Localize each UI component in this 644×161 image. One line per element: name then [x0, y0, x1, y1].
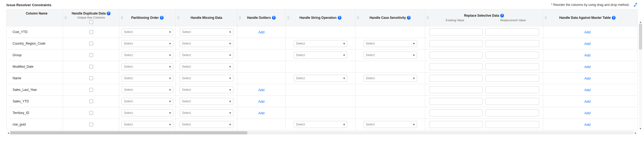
drag-handle-icon[interactable]	[357, 16, 359, 19]
select-all-unique-key-checkbox[interactable]	[89, 20, 93, 24]
drag-handle-icon[interactable]	[121, 16, 123, 19]
select-dropdown[interactable]: Select▾	[122, 121, 173, 128]
text-input[interactable]	[485, 63, 539, 70]
th-duplicate[interactable]: Handle Duplicate Data? Unique Key Column…	[63, 9, 119, 26]
add-link[interactable]: Add	[584, 76, 590, 80]
text-input[interactable]	[485, 109, 539, 116]
text-input[interactable]	[485, 98, 539, 105]
select-dropdown[interactable]: Select▾	[122, 75, 173, 82]
help-icon[interactable]: ?	[407, 16, 411, 20]
add-link[interactable]: Add	[584, 99, 590, 103]
select-dropdown[interactable]: Select▾	[363, 121, 417, 128]
unique-key-checkbox[interactable]	[89, 99, 93, 103]
text-input[interactable]	[485, 86, 539, 93]
select-dropdown[interactable]: Select▾	[180, 86, 233, 93]
add-link[interactable]: Add	[258, 111, 264, 115]
text-input[interactable]	[429, 63, 483, 70]
help-icon[interactable]: ?	[612, 16, 616, 20]
text-input[interactable]	[429, 121, 483, 128]
drag-handle-icon[interactable]	[287, 16, 289, 19]
collapse-icon[interactable]	[633, 3, 638, 7]
th-missing[interactable]: Handle Missing Data	[176, 9, 237, 26]
select-dropdown[interactable]: Select▾	[122, 109, 173, 116]
help-icon[interactable]: ?	[107, 12, 111, 15]
unique-key-checkbox[interactable]	[89, 30, 93, 34]
select-dropdown[interactable]: Select▾	[294, 75, 347, 82]
th-case-sens[interactable]: Handle Case Sensitivity?	[355, 9, 425, 26]
th-outliers[interactable]: Handle Outliers?	[237, 9, 286, 26]
text-input[interactable]	[429, 28, 483, 35]
select-dropdown[interactable]: Select▾	[363, 75, 417, 82]
help-icon[interactable]: ?	[272, 16, 276, 20]
select-dropdown[interactable]: Select▾	[122, 40, 173, 47]
add-link[interactable]: Add	[584, 123, 590, 127]
th-partition[interactable]: Partitioning Order?	[119, 9, 176, 26]
add-link[interactable]: Add	[584, 111, 590, 115]
select-dropdown[interactable]: Select▾	[122, 86, 173, 93]
add-link[interactable]: Add	[258, 30, 264, 34]
text-input[interactable]	[429, 109, 483, 116]
text-input[interactable]	[429, 40, 483, 47]
add-link[interactable]: Add	[258, 88, 264, 92]
help-icon[interactable]: ?	[160, 16, 164, 20]
select-dropdown[interactable]: Select▾	[180, 63, 233, 70]
select-dropdown[interactable]: Select▾	[180, 52, 233, 59]
text-input[interactable]	[429, 52, 483, 59]
help-icon[interactable]: ?	[338, 16, 341, 20]
select-dropdown[interactable]: Select▾	[122, 63, 173, 70]
drag-handle-icon[interactable]	[65, 16, 67, 19]
select-dropdown[interactable]: Select▾	[122, 52, 173, 59]
text-input[interactable]	[485, 52, 539, 59]
scroll-track[interactable]	[10, 131, 634, 134]
select-dropdown[interactable]: Select▾	[363, 40, 417, 47]
select-dropdown[interactable]: Select▾	[294, 121, 347, 128]
horizontal-scrollbar[interactable]: ◄ ►	[6, 131, 638, 135]
vertical-scrollbar[interactable]: ▲ ▼	[639, 20, 642, 130]
th-string-op[interactable]: Handle String Operation?	[286, 9, 355, 26]
vscroll-thumb[interactable]	[639, 24, 642, 49]
select-dropdown[interactable]: Select▾	[180, 75, 233, 82]
text-input[interactable]	[429, 98, 483, 105]
unique-key-checkbox[interactable]	[89, 42, 93, 45]
unique-key-checkbox[interactable]	[89, 88, 93, 92]
select-dropdown[interactable]: Select▾	[122, 98, 173, 105]
select-dropdown[interactable]: Select▾	[180, 98, 233, 105]
vscroll-track[interactable]	[639, 24, 642, 127]
add-link[interactable]: Add	[584, 65, 590, 69]
unique-key-checkbox[interactable]	[89, 76, 93, 80]
th-replace[interactable]: Replace Selective Data? Existing Value R…	[425, 9, 543, 26]
text-input[interactable]	[485, 40, 539, 47]
add-link[interactable]: Add	[258, 99, 264, 103]
text-input[interactable]	[429, 86, 483, 93]
text-input[interactable]	[485, 75, 539, 82]
text-input[interactable]	[485, 28, 539, 35]
add-link[interactable]: Add	[584, 53, 590, 57]
add-link[interactable]: Add	[584, 30, 590, 34]
unique-key-checkbox[interactable]	[89, 111, 93, 115]
select-dropdown[interactable]: Select▾	[294, 40, 347, 47]
unique-key-checkbox[interactable]	[89, 65, 93, 69]
unique-key-checkbox[interactable]	[89, 53, 93, 57]
drag-handle-icon[interactable]	[239, 16, 241, 19]
scroll-right-arrow-icon[interactable]: ►	[634, 131, 638, 135]
text-input[interactable]	[485, 121, 539, 128]
select-dropdown[interactable]: Select▾	[180, 40, 233, 47]
add-link[interactable]: Add	[584, 42, 590, 46]
select-dropdown[interactable]: Select▾	[180, 109, 233, 116]
select-dropdown[interactable]: Select▾	[180, 121, 233, 128]
scroll-down-arrow-icon[interactable]: ▼	[639, 127, 642, 130]
help-icon[interactable]: ?	[500, 14, 504, 17]
select-dropdown[interactable]: Select▾	[363, 52, 417, 59]
text-input[interactable]	[429, 75, 483, 82]
th-master[interactable]: Handle Data Against Master Table?	[543, 9, 632, 26]
add-link[interactable]: Add	[584, 88, 590, 92]
drag-handle-icon[interactable]	[545, 16, 547, 19]
select-dropdown[interactable]: Select▾	[294, 52, 347, 59]
select-dropdown[interactable]: Select▾	[180, 28, 233, 35]
scroll-up-arrow-icon[interactable]: ▲	[639, 20, 642, 24]
drag-handle-icon[interactable]	[177, 16, 179, 19]
scroll-left-arrow-icon[interactable]: ◄	[6, 131, 10, 135]
drag-handle-icon[interactable]	[427, 16, 429, 19]
scroll-thumb[interactable]	[10, 131, 247, 134]
select-dropdown[interactable]: Select▾	[122, 28, 173, 35]
